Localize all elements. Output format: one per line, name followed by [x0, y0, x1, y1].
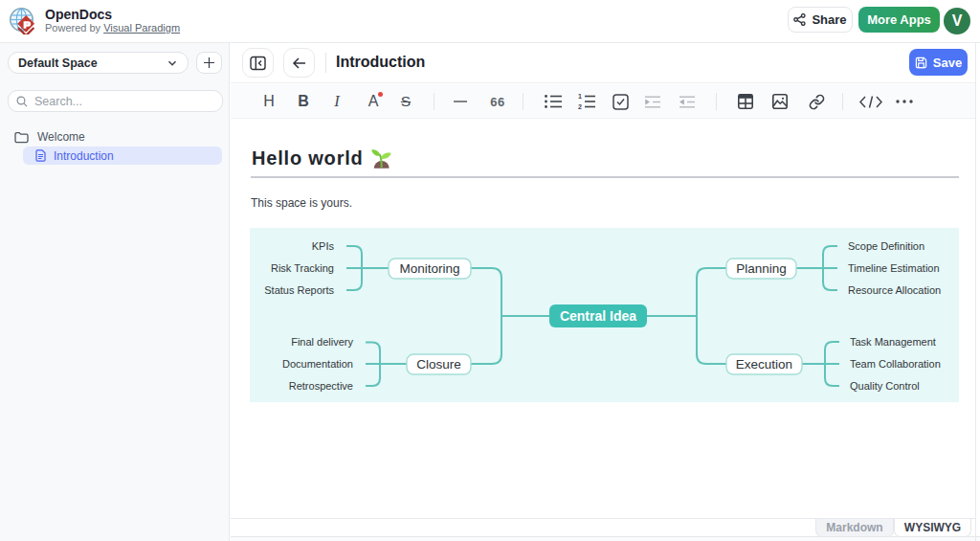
svg-text:Closure: Closure [416, 357, 461, 372]
svg-text:Scope Definition: Scope Definition [848, 240, 924, 252]
svg-text:Central Idea: Central Idea [560, 308, 636, 324]
svg-text:Task Management: Task Management [850, 336, 936, 348]
svg-text:Risk Tracking: Risk Tracking [271, 262, 334, 274]
svg-text:Status Reports: Status Reports [264, 284, 334, 296]
svg-text:Retrospective: Retrospective [289, 380, 353, 392]
svg-text:Documentation: Documentation [282, 358, 353, 370]
svg-text:Team Collaboration: Team Collaboration [850, 358, 941, 370]
svg-text:Final delivery: Final delivery [291, 336, 353, 348]
svg-text:Quality Control: Quality Control [850, 380, 920, 392]
svg-text:Execution: Execution [736, 357, 792, 372]
svg-text:2: 2 [578, 103, 582, 109]
svg-text:Planning: Planning [736, 261, 787, 276]
svg-text:1: 1 [578, 94, 582, 100]
svg-text:KPIs: KPIs [312, 240, 335, 252]
svg-text:Timeline Estimation: Timeline Estimation [848, 262, 940, 274]
svg-text:Monitoring: Monitoring [399, 261, 459, 276]
svg-text:Resource Allocation: Resource Allocation [848, 284, 941, 296]
